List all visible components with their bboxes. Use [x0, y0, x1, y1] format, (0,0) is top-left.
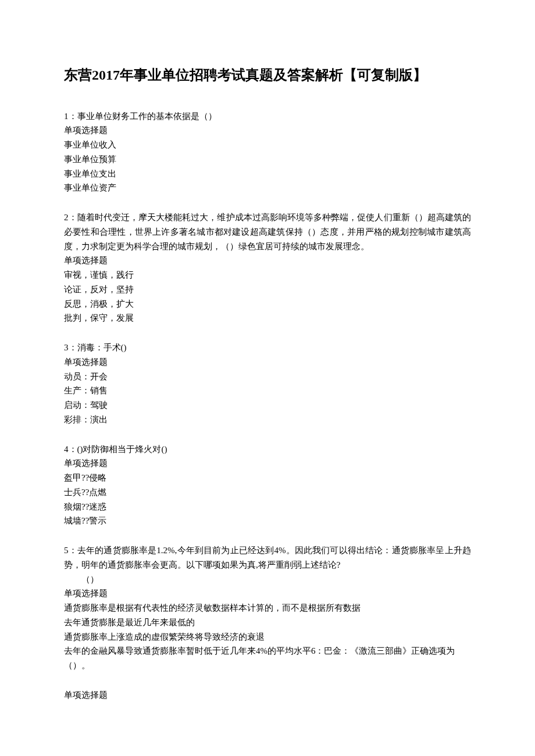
option-b: 士兵??点燃: [64, 485, 471, 500]
question-stem-tail: （）: [64, 572, 471, 587]
option-c: 狼烟??迷惑: [64, 500, 471, 514]
question-2: 2：随着时代变迁，摩天大楼能耗过大，维护成本过高影响环境等多种弊端，促使人们重新…: [64, 210, 471, 325]
question-type: 单项选择题: [64, 123, 471, 138]
option-c: 通货膨胀率上涨造成的虚假繁荣终将导致经济的衰退: [64, 630, 471, 644]
option-d: 彩排：演出: [64, 413, 471, 427]
question-stem: 2：随着时代变迁，摩天大楼能耗过大，维护成本过高影响环境等多种弊端，促使人们重新…: [64, 210, 471, 253]
question-6-type: 单项选择题: [64, 688, 471, 703]
option-a: 动员：开会: [64, 370, 471, 384]
option-a: 事业单位收入: [64, 138, 471, 152]
question-type: 单项选择题: [64, 456, 471, 471]
option-d: 城墙??警示: [64, 514, 471, 528]
option-a: 盔甲??侵略: [64, 471, 471, 485]
option-a: 通货膨胀率是根据有代表性的经济灵敏数据样本计算的，而不是根据所有数据: [64, 601, 471, 615]
question-type: 单项选择题: [64, 355, 471, 370]
option-b: 论证，反对，坚持: [64, 282, 471, 297]
document-title: 东营2017年事业单位招聘考试真题及答案解析【可复制版】: [64, 64, 471, 87]
question-type: 单项选择题: [64, 253, 471, 268]
option-b: 生产：销售: [64, 384, 471, 398]
question-stem: 1：事业单位财务工作的基本依据是（）: [64, 109, 471, 124]
question-4: 4：()对防御相当于烽火对() 单项选择题 盔甲??侵略 士兵??点燃 狼烟??…: [64, 442, 471, 529]
option-d: 批判，保守，发展: [64, 311, 471, 325]
option-c: 事业单位支出: [64, 167, 471, 181]
option-c: 启动：驾驶: [64, 398, 471, 413]
question-type: 单项选择题: [64, 586, 471, 601]
option-c: 反思，消极，扩大: [64, 297, 471, 311]
question-type: 单项选择题: [64, 688, 471, 703]
option-b: 去年通货膨胀是最近几年来最低的: [64, 615, 471, 630]
question-stem: 5：去年的通货膨胀率是1.2%,今年到目前为止已经达到4%。因此我们可以得出结论…: [64, 543, 471, 572]
option-d: 去年的金融风暴导致通货膨胀率暂时低于近几年来4%的平均水平6：巴金：《激流三部曲…: [64, 644, 471, 673]
question-3: 3：消毒：手术() 单项选择题 动员：开会 生产：销售 启动：驾驶 彩排：演出: [64, 341, 471, 427]
option-d: 事业单位资产: [64, 181, 471, 195]
option-a: 审视，谨慎，践行: [64, 268, 471, 282]
question-1: 1：事业单位财务工作的基本依据是（） 单项选择题 事业单位收入 事业单位预算 事…: [64, 109, 471, 196]
question-5: 5：去年的通货膨胀率是1.2%,今年到目前为止已经达到4%。因此我们可以得出结论…: [64, 543, 471, 673]
option-b: 事业单位预算: [64, 152, 471, 167]
question-stem: 3：消毒：手术(): [64, 341, 471, 355]
question-stem: 4：()对防御相当于烽火对(): [64, 442, 471, 457]
